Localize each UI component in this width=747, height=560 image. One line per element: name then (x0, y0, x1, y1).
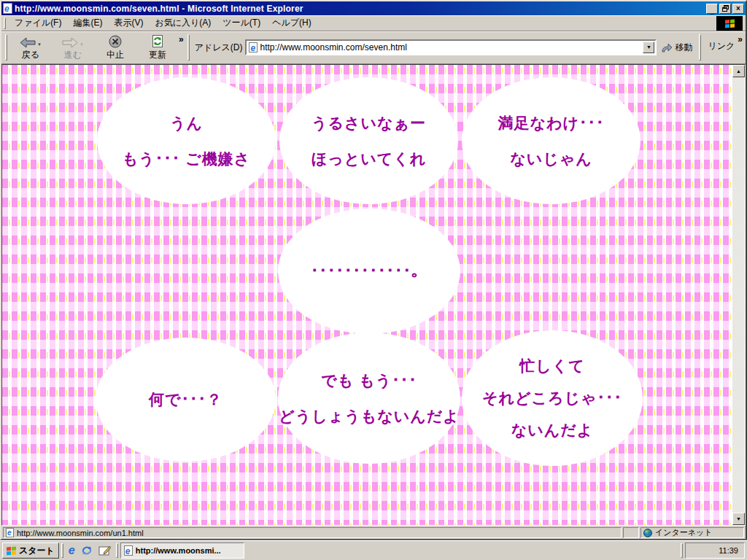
menu-bar: ファイル(F) 編集(E) 表示(V) お気に入り(A) ツール(T) ヘルプ(… (1, 15, 746, 31)
bubble-line: 満足なわけ･･･ (498, 113, 605, 133)
speech-bubble-3: 満足なわけ･･･ ないじゃん (462, 77, 640, 204)
forward-arrow-icon (62, 37, 78, 48)
windows-logo-icon (7, 546, 16, 555)
toolbar-overflow-chevron[interactable]: » (179, 34, 184, 44)
bubble-line: でも もう･･･ (321, 370, 417, 391)
taskbar-clock[interactable]: 11:39 (719, 546, 738, 555)
stop-button[interactable]: 中止 (94, 33, 136, 62)
restore-icon (722, 5, 729, 12)
refresh-button[interactable]: 更新 (136, 33, 179, 62)
browser-window: e http://www.moonsmin.com/seven.html - M… (0, 0, 747, 540)
bubble-line: ほっといてくれ (311, 149, 426, 169)
bubble-line: ････････････。 (311, 262, 427, 280)
menu-help[interactable]: ヘルプ(H) (266, 15, 317, 31)
links-label[interactable]: リンク (703, 33, 738, 52)
address-input[interactable]: e http://www.moonsmin.com/seven.html ▼ (245, 39, 657, 55)
speech-bubble-2: うるさいなぁー ほっといてくれ (279, 77, 458, 204)
speech-bubble-1: うん もう･･･ ご機嫌さ (97, 77, 276, 204)
bubble-line: ないじゃん (510, 149, 592, 169)
menubar-grip[interactable] (4, 18, 6, 29)
ie-logo-glyph: e (125, 546, 131, 556)
forward-button[interactable]: ▼ 進む (52, 33, 94, 62)
links-section: リンク » (703, 33, 744, 62)
ie-logo-glyph: e (7, 529, 12, 537)
content-area: うん もう･･･ ご機嫌さ うるさいなぁー ほっといてくれ 満足なわけ･･･ な… (1, 64, 746, 526)
task-page-icon: e (124, 545, 133, 556)
go-button[interactable]: 移動 (657, 40, 697, 55)
stop-icon (109, 35, 122, 48)
go-arrow-icon (661, 42, 673, 53)
refresh-icon (152, 34, 163, 48)
bubble-line: うん (170, 113, 203, 133)
restore-button[interactable] (719, 4, 731, 14)
bubble-line: 何で･･･？ (149, 389, 222, 410)
address-dropdown-button[interactable]: ▼ (643, 42, 654, 53)
close-icon: × (736, 6, 740, 12)
links-overflow-chevron[interactable]: » (738, 34, 743, 44)
quicklaunch-ie-icon[interactable]: e (69, 544, 75, 557)
forward-label: 進む (64, 49, 82, 61)
menu-view[interactable]: 表示(V) (108, 15, 149, 31)
task-button-title: http://www.moonsmi... (136, 546, 221, 555)
menu-favorites[interactable]: お気に入り(A) (149, 15, 217, 31)
scroll-up-button[interactable]: ▲ (732, 65, 745, 77)
quick-launch: e (66, 544, 114, 557)
status-page-icon: e (6, 528, 14, 537)
minimize-icon: _ (710, 8, 714, 14)
task-button-active[interactable]: e http://www.moonsmi... (120, 542, 244, 559)
back-label: 戻る (22, 49, 39, 61)
ie-logo-glyph: e (250, 43, 255, 53)
bubble-line: もう･･･ ご機嫌さ (123, 149, 250, 169)
dropdown-caret-icon: ▼ (646, 44, 651, 51)
taskbar-grip[interactable] (61, 543, 63, 558)
quicklaunch-channels-icon[interactable] (81, 545, 93, 556)
status-zone-label: インターネット (655, 527, 713, 538)
bubble-line: 忙しくて (519, 356, 584, 376)
start-button[interactable]: スタート (2, 542, 59, 559)
speech-bubble-5: 何で･･･？ (96, 338, 276, 462)
status-zone-panel: インターネット (640, 527, 744, 538)
address-label: アドレス(D) (195, 42, 243, 54)
menu-file[interactable]: ファイル(F) (9, 15, 67, 31)
toolbar-grip[interactable] (5, 34, 7, 61)
menu-edit[interactable]: 編集(E) (67, 15, 108, 31)
back-arrow-icon (20, 37, 36, 48)
scroll-down-icon: ▼ (736, 516, 741, 521)
status-link-url: http://www.moonsmin.com/un1.html (17, 529, 144, 537)
ie-logo-glyph: e (4, 4, 9, 14)
taskbar: スタート e e http://www.moonsmi... 11:39 (0, 540, 747, 560)
vertical-scrollbar[interactable]: ▲ ▼ (732, 65, 745, 525)
bubble-line: それどころじゃ･･･ (482, 388, 622, 408)
taskbar-grip[interactable] (116, 543, 118, 558)
page-background: うん もう･･･ ご機嫌さ うるさいなぁー ほっといてくれ 満足なわけ･･･ な… (2, 65, 732, 525)
bubble-line: うるさいなぁー (311, 113, 426, 133)
minimize-button[interactable]: _ (706, 4, 718, 14)
internet-globe-icon (643, 529, 652, 537)
tray-grip[interactable] (681, 543, 683, 558)
status-bar: e http://www.moonsmin.com/un1.html インターネ… (1, 526, 746, 539)
status-secondary-panel (623, 527, 639, 538)
menu-tools[interactable]: ツール(T) (217, 15, 266, 31)
address-value[interactable]: http://www.moonsmin.com/seven.html (260, 42, 640, 52)
scroll-down-button[interactable]: ▼ (732, 513, 745, 525)
title-bar: e http://www.moonsmin.com/seven.html - M… (1, 1, 746, 15)
quicklaunch-show-desktop-icon[interactable] (98, 545, 111, 556)
speech-bubble-7: 忙しくて それどころじゃ･･･ ないんだよ (462, 330, 643, 466)
refresh-label: 更新 (149, 49, 166, 61)
windows-logo-icon (725, 19, 735, 28)
go-label: 移動 (675, 42, 692, 54)
window-controls: _ × (706, 4, 744, 14)
back-dropdown-caret-icon[interactable]: ▼ (37, 41, 42, 48)
address-grip[interactable] (187, 34, 190, 61)
close-button[interactable]: × (732, 4, 744, 14)
forward-dropdown-caret-icon[interactable]: ▼ (80, 41, 84, 48)
address-page-icon: e (249, 42, 258, 52)
bubble-line: どうしょうもないんだよ (279, 406, 459, 427)
back-button[interactable]: ▼ 戻る (9, 33, 52, 62)
window-title: http://www.moonsmin.com/seven.html - Mic… (15, 4, 704, 14)
links-grip[interactable] (699, 34, 701, 61)
bubble-line: ないんだよ (511, 420, 593, 440)
system-tray: 11:39 (685, 542, 745, 559)
ie-throbber (716, 16, 743, 31)
toolbar: ▼ 戻る ▼ 進む 中止 (1, 31, 746, 64)
